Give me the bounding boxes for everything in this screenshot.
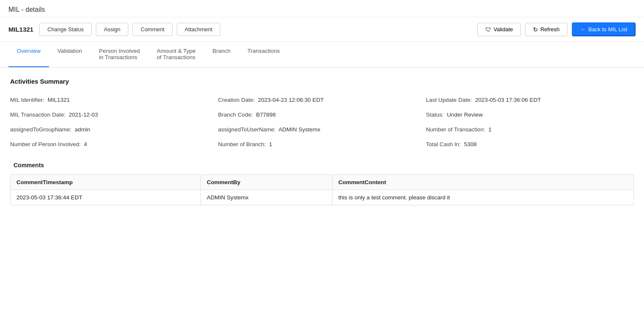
tabs-bar: Overview Validation Person Involvedin Tr… bbox=[0, 42, 644, 68]
tab-overview[interactable]: Overview bbox=[8, 42, 49, 67]
change-status-button[interactable]: Change Status bbox=[39, 23, 92, 36]
comment-timestamp: 2023-05-03 17:36:44 EDT bbox=[11, 190, 201, 205]
tab-amount-type[interactable]: Amount & Typeof Transactions bbox=[148, 42, 204, 67]
comment-content: this is only a test comment. please disc… bbox=[332, 190, 633, 205]
shield-icon: 🛡 bbox=[485, 26, 491, 33]
back-to-mil-button[interactable]: ← Back to MIL List bbox=[572, 22, 636, 36]
col-comment-content: CommentContent bbox=[332, 175, 633, 190]
total-cash-in-cell: Total Cash In: 5308 bbox=[426, 137, 634, 152]
mil-identifier-cell: MIL Identifier: MIL1321 bbox=[10, 93, 218, 107]
assigned-user-cell: assignedToUserName: ADMIN Systemx bbox=[218, 122, 426, 137]
col-comment-timestamp: CommentTimestamp bbox=[11, 175, 201, 190]
toolbar-right: 🛡 Validate ↻ Refresh ← Back to MIL List bbox=[477, 22, 636, 36]
last-update-date-cell: Last Update Date: 2023-05-03 17:36:06 ED… bbox=[426, 93, 634, 107]
assigned-group-cell: assignedToGroupName: admin bbox=[10, 122, 218, 137]
number-person-involved-cell: Number of Person Involved: 4 bbox=[10, 137, 218, 152]
comments-title: Comments bbox=[10, 162, 634, 169]
creation-date-cell: Creation Date: 2023-04-23 12:06:30 EDT bbox=[218, 93, 426, 107]
toolbar: MIL1321 Change Status Assign Comment Att… bbox=[0, 17, 644, 42]
mil-transaction-date-cell: MIL Transaction Date: 2021-12-03 bbox=[10, 107, 218, 122]
mil-id: MIL1321 bbox=[8, 26, 33, 33]
branch-code-cell: Branch Code: B77898 bbox=[218, 107, 426, 122]
number-branch-cell: Number of Branch: 1 bbox=[218, 137, 426, 152]
number-of-transaction-cell: Number of Transaction: 1 bbox=[426, 122, 634, 137]
assign-button[interactable]: Assign bbox=[96, 23, 128, 36]
tab-transactions[interactable]: Transactions bbox=[239, 42, 288, 67]
tab-branch[interactable]: Branch bbox=[204, 42, 239, 67]
page-title: MIL - details bbox=[0, 0, 644, 17]
comments-table: CommentTimestamp CommentBy CommentConten… bbox=[10, 174, 634, 205]
refresh-icon: ↻ bbox=[533, 26, 538, 33]
col-comment-by: CommentBy bbox=[200, 175, 332, 190]
back-arrow-icon: ← bbox=[580, 26, 586, 33]
tab-person-involved[interactable]: Person Involvedin Transactions bbox=[91, 42, 149, 67]
activities-summary-title: Activities Summary bbox=[10, 78, 634, 85]
comments-section: Comments CommentTimestamp CommentBy Comm… bbox=[10, 162, 634, 205]
attachment-button[interactable]: Attachment bbox=[177, 23, 221, 36]
tab-validation[interactable]: Validation bbox=[49, 42, 90, 67]
main-content: Activities Summary MIL Identifier: MIL13… bbox=[0, 68, 644, 215]
table-row: 2023-05-03 17:36:44 EDT ADMIN Systemx th… bbox=[11, 190, 634, 205]
comments-table-header: CommentTimestamp CommentBy CommentConten… bbox=[11, 175, 634, 190]
validate-button[interactable]: 🛡 Validate bbox=[477, 23, 521, 36]
refresh-button[interactable]: ↻ Refresh bbox=[525, 23, 568, 36]
activities-summary-grid: MIL Identifier: MIL1321 Creation Date: 2… bbox=[10, 93, 634, 152]
comment-by: ADMIN Systemx bbox=[200, 190, 332, 205]
status-cell: Status: Under Review bbox=[426, 107, 634, 122]
comment-button[interactable]: Comment bbox=[133, 23, 172, 36]
